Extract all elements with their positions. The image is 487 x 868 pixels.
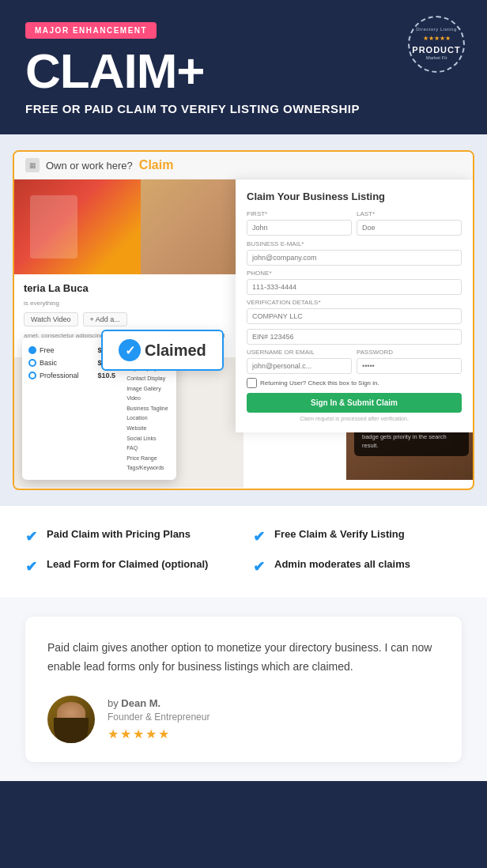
feature-item-4: ✔ Admin moderates all claims bbox=[253, 558, 462, 576]
first-name-group: FIRST* bbox=[247, 210, 352, 236]
password-group: PASSWORD bbox=[357, 349, 462, 374]
submit-claim-button[interactable]: Sign In & Submit Claim bbox=[247, 393, 462, 413]
username-group: USERNAME OR EMAIL bbox=[247, 349, 352, 374]
password-input[interactable] bbox=[357, 358, 462, 374]
testimonial-text: Paid claim gives another option to monet… bbox=[47, 639, 440, 677]
ein-input[interactable] bbox=[247, 329, 462, 345]
author-avatar bbox=[47, 696, 95, 743]
feature-check-1: ✔ bbox=[25, 528, 37, 545]
features-section: ✔ Paid Claim with Pricing Plans ✔ Free C… bbox=[0, 506, 487, 598]
username-input[interactable] bbox=[247, 358, 352, 374]
feature-check-3: ✔ bbox=[25, 558, 37, 576]
claim-form-panel: Claim Your Business Listing FIRST* LAST*… bbox=[236, 179, 473, 432]
claimed-badge: ✓ Claimed bbox=[101, 330, 224, 371]
testimonial-section: Paid claim gives another option to monet… bbox=[0, 598, 487, 781]
claimed-text: Claimed bbox=[145, 342, 206, 360]
email-input[interactable] bbox=[247, 250, 462, 266]
claim-bar-text: Own or work here? bbox=[46, 160, 133, 172]
claimed-check-icon: ✓ bbox=[119, 339, 141, 361]
company-input[interactable] bbox=[247, 308, 462, 324]
pricing-row-professional: Professional $10.5 bbox=[28, 369, 115, 382]
form-title: Claim Your Business Listing bbox=[247, 191, 462, 202]
email-label: BUSINESS E-MAIL* bbox=[247, 240, 462, 247]
listing-name: teria La Buca bbox=[24, 282, 234, 294]
listing-image-2 bbox=[141, 179, 244, 274]
claim-bar-cta[interactable]: Claim bbox=[139, 158, 174, 172]
screenshot-body: teria La Buca is everything Watch Video … bbox=[14, 179, 473, 488]
author-by: by Dean M. bbox=[108, 697, 440, 709]
feature-check-4: ✔ bbox=[253, 558, 265, 576]
form-note: Claim request is processed after verific… bbox=[247, 416, 462, 421]
last-name-input[interactable] bbox=[357, 220, 462, 236]
feature-text-4: Admin moderates all claims bbox=[274, 558, 410, 572]
listing-actions: Watch Video + Add a... bbox=[24, 312, 234, 326]
feature-text-3: Lead Form for Claimed (optional) bbox=[47, 558, 208, 572]
screenshot-container: ▦ Own or work here? Claim teria La Buca … bbox=[13, 150, 474, 490]
page-subtitle: FREE OR PAID claim to verify listing own… bbox=[25, 102, 462, 115]
pricing-radio-basic[interactable] bbox=[28, 359, 36, 367]
phone-input[interactable] bbox=[247, 279, 462, 295]
verification-label: VERIFICATION DETAILS* bbox=[247, 299, 462, 306]
password-label: PASSWORD bbox=[357, 349, 462, 356]
name-row: FIRST* LAST* bbox=[247, 210, 462, 236]
pricing-radio-professional[interactable] bbox=[28, 372, 36, 379]
first-name-label: FIRST* bbox=[247, 210, 352, 217]
credentials-row: USERNAME OR EMAIL PASSWORD bbox=[247, 349, 462, 374]
listing-image-1 bbox=[14, 179, 141, 274]
add-btn[interactable]: + Add a... bbox=[83, 312, 127, 326]
feature-item-2: ✔ Free Claim & Verify Listing bbox=[253, 528, 462, 545]
pricing-radio-free[interactable] bbox=[28, 346, 36, 354]
listing-desc: is everything bbox=[24, 299, 234, 308]
testimonial-stars: ★★★★★ bbox=[108, 726, 440, 742]
first-name-input[interactable] bbox=[247, 220, 352, 236]
product-seal: Directory Listing ★★★★★ PRODUCT Market F… bbox=[408, 16, 465, 73]
author-info: by Dean M. Founder & Entrepreneur ★★★★★ bbox=[108, 697, 440, 742]
header-section: MAJOR ENHANCEMENT Directory Listing ★★★★… bbox=[0, 0, 487, 134]
major-badge: MAJOR ENHANCEMENT bbox=[25, 22, 157, 39]
screenshot-section: ▦ Own or work here? Claim teria La Buca … bbox=[0, 134, 487, 506]
username-label: USERNAME OR EMAIL bbox=[247, 349, 352, 356]
testimonial-author: by Dean M. Founder & Entrepreneur ★★★★★ bbox=[47, 696, 440, 743]
feature-text-1: Paid Claim with Pricing Plans bbox=[47, 528, 191, 542]
listing-images bbox=[14, 179, 244, 274]
page-title: CLAIM+ bbox=[25, 47, 462, 96]
returning-text: Returning User? Check this box to Sign i… bbox=[260, 379, 379, 387]
feature-check-2: ✔ bbox=[253, 528, 265, 545]
author-name: Dean M. bbox=[121, 697, 160, 709]
feature-item-3: ✔ Lead Form for Claimed (optional) bbox=[25, 558, 234, 576]
watch-video-btn[interactable]: Watch Video bbox=[24, 312, 78, 326]
testimonial-box: Paid claim gives another option to monet… bbox=[25, 617, 462, 762]
listing-bar-icon: ▦ bbox=[25, 158, 40, 172]
author-title: Founder & Entrepreneur bbox=[108, 711, 440, 723]
returning-user-row: Returning User? Check this box to Sign i… bbox=[247, 378, 462, 388]
feature-text-2: Free Claim & Verify Listing bbox=[274, 528, 405, 542]
listing-bar: ▦ Own or work here? Claim bbox=[14, 152, 473, 179]
phone-label: PHONE* bbox=[247, 270, 462, 277]
last-name-label: LAST* bbox=[357, 210, 462, 217]
listing-left: teria La Buca is everything Watch Video … bbox=[14, 179, 244, 488]
features-grid: ✔ Paid Claim with Pricing Plans ✔ Free C… bbox=[25, 528, 462, 576]
last-name-group: LAST* bbox=[357, 210, 462, 236]
feature-item-1: ✔ Paid Claim with Pricing Plans bbox=[25, 528, 234, 545]
returning-checkbox[interactable] bbox=[247, 378, 257, 388]
